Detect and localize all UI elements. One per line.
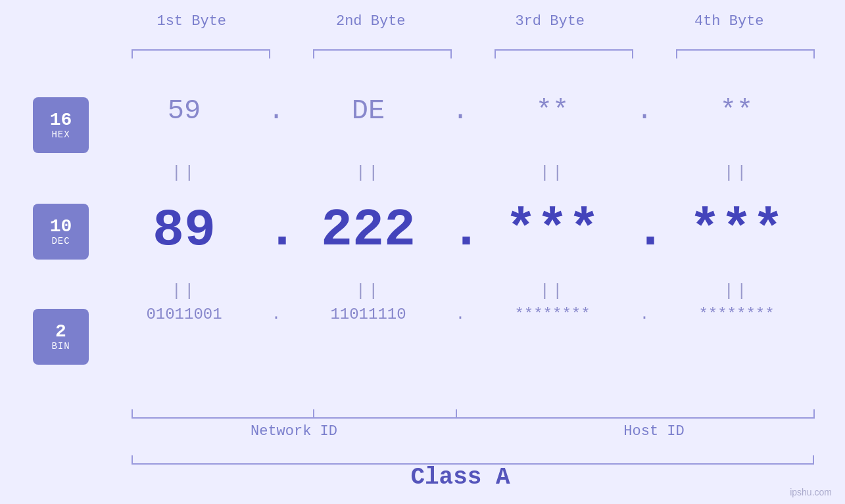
bin-dot-2: . [450,306,470,323]
equals-hex-dec: || || || || [102,163,819,183]
dec-dot-1: . [266,200,286,260]
bracket-top-3 [495,49,633,51]
badge-dec-label: DEC [51,236,70,246]
equals-dec-spacer-3 [635,281,654,301]
badge-dec-num: 10 [50,218,72,236]
equals-dec-spacer-1 [266,281,286,301]
bin-val-1: 01011001 [102,306,266,323]
bracket-vert-3r [632,49,633,58]
badge-hex-num: 16 [50,111,72,129]
bin-val-2: 11011110 [286,306,450,323]
equals-dec-4: || [654,281,819,301]
bin-row: 01011001 . 11011110 . ******** . *******… [102,306,819,323]
header-col1: 1st Byte [102,13,281,30]
bin-val-3: ******** [470,306,635,323]
equals-spacer-1 [266,163,286,183]
bin-val-4: ******** [654,306,819,323]
hex-dot-2: . [450,95,470,127]
equals-dec-3: || [470,281,635,301]
hex-val-1: 59 [102,95,266,127]
equals-spacer-3 [635,163,654,183]
bracket-bottom-host [313,417,814,419]
badge-bin: 2 BIN [33,309,89,365]
class-a-label: Class A [102,464,819,491]
bracket-vert-2r [450,49,452,58]
network-id-label: Network ID [132,423,456,440]
hex-val-3: ** [470,95,635,127]
bracket-top-1 [132,49,270,51]
dec-val-2: 222 [286,200,450,260]
dec-val-3: *** [470,200,635,260]
equals-spacer-2 [450,163,470,183]
column-headers: 1st Byte 2nd Byte 3rd Byte 4th Byte [102,13,819,30]
bracket-top-2 [313,49,451,51]
bracket-vert-2l [313,49,314,58]
header-col3: 3rd Byte [460,13,640,30]
header-col4: 4th Byte [640,13,819,30]
hex-val-2: DE [286,95,450,127]
bin-dot-3: . [635,306,654,323]
equals-dec-1: || [102,281,266,301]
equals-dec-bin: || || || || [102,281,819,301]
host-id-label: Host ID [495,423,813,440]
bracket-bottom-nl [132,409,133,419]
bin-dot-1: . [266,306,286,323]
equals-1: || [102,163,266,183]
badge-dec: 10 DEC [33,204,89,260]
main-container: 1st Byte 2nd Byte 3rd Byte 4th Byte 16 H… [0,0,845,504]
hex-dot-1: . [266,95,286,127]
bracket-vert-3l [495,49,496,58]
header-col2: 2nd Byte [281,13,461,30]
bracket-big-bottom-r [813,455,814,465]
badge-hex-label: HEX [51,129,70,140]
dec-val-1: 89 [102,200,266,260]
bracket-vert-4r [813,49,815,58]
bracket-vert-1r [269,49,270,58]
hex-val-4: ** [654,95,819,127]
bracket-vert-1l [132,49,133,58]
equals-4: || [654,163,819,183]
watermark: ipshu.com [790,487,832,497]
equals-3: || [470,163,635,183]
bracket-big-bottom-l [132,455,133,465]
badge-hex: 16 HEX [33,97,89,153]
dec-dot-3: . [635,200,654,260]
bracket-bottom-hr [813,409,815,419]
bracket-bottom-hl [313,409,314,419]
dec-val-4: *** [654,200,819,260]
hex-dot-3: . [635,95,654,127]
dec-dot-2: . [450,200,470,260]
badge-bin-num: 2 [55,323,66,341]
bracket-top-4 [676,49,814,51]
bracket-vert-4l [676,49,677,58]
dec-row: 89 . 222 . *** . *** [102,200,819,260]
equals-2: || [286,163,450,183]
equals-dec-spacer-2 [450,281,470,301]
hex-row: 59 . DE . ** . ** [102,95,819,127]
badge-bin-label: BIN [51,341,70,352]
equals-dec-2: || [286,281,450,301]
